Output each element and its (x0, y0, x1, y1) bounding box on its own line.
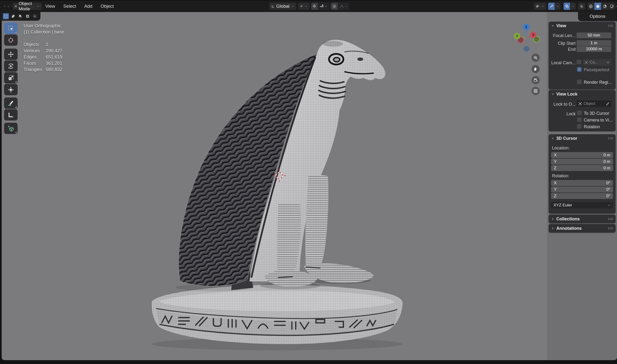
pivot-point-dropdown[interactable] (298, 3, 310, 10)
panel-3d-cursor-header[interactable]: 3D Cursor (548, 134, 616, 143)
overlays-dropdown[interactable] (570, 3, 576, 10)
lock-rotation-checkbox[interactable] (577, 124, 582, 129)
cursor-location-x-field[interactable]: X0 m (551, 152, 613, 158)
lock-label: Lock (550, 111, 576, 117)
tool-settings-bar (0, 12, 41, 21)
magnet-icon (312, 4, 317, 9)
cursor-rotation-x-field[interactable]: X0° (551, 180, 613, 186)
tool-cursor[interactable] (4, 34, 18, 46)
editor-type-button[interactable] (2, 3, 12, 10)
chevron-down-icon (615, 5, 617, 8)
panel-annotations-header[interactable]: Annotations (548, 224, 616, 233)
menu-view[interactable]: View (45, 4, 55, 9)
panel-collections-header[interactable]: Collections (548, 215, 616, 223)
panel-3d-cursor-title: 3D Cursor (556, 136, 577, 141)
viewport-camera-button[interactable] (532, 76, 540, 84)
snap-settings-dropdown[interactable] (318, 3, 329, 10)
proportional-editing-toggle[interactable] (331, 3, 338, 10)
show-gizmo-toggle[interactable] (548, 3, 555, 10)
tool-options-tab[interactable]: Options (578, 12, 617, 21)
cursor-rotation-z-field[interactable]: Z0° (551, 193, 613, 199)
viewport-ortho-toggle-button[interactable] (532, 87, 540, 95)
menu-select[interactable]: Select (63, 4, 76, 9)
focal-length-field[interactable]: 50 mm (576, 32, 611, 38)
chevron-down-icon (551, 24, 554, 27)
clip-start-field[interactable]: 1 m (576, 40, 611, 46)
select-mode-invert[interactable] (25, 13, 31, 19)
xray-toggle[interactable] (578, 3, 585, 10)
lock-to-object-field[interactable]: Object (576, 101, 611, 107)
3d-viewport[interactable] (2, 12, 617, 360)
tool-scale[interactable] (4, 72, 18, 83)
lock-to-3d-cursor-label: To 3D Cursor (584, 111, 609, 116)
chevron-down-icon (324, 5, 328, 8)
shading-dropdown[interactable] (615, 3, 617, 10)
show-overlays-toggle[interactable] (563, 3, 570, 10)
gizmo-dropdown[interactable] (555, 3, 560, 10)
render-region-checkbox[interactable] (577, 80, 582, 84)
tool-measure[interactable] (4, 109, 18, 120)
lock-to-object-label: Lock to O... (550, 102, 576, 107)
rotation-mode-dropdown[interactable]: XYZ Euler (551, 202, 613, 208)
eyedropper-icon[interactable] (606, 102, 610, 106)
navigation-gizmo[interactable]: Z Y X (510, 21, 544, 54)
select-mode-extend[interactable] (10, 13, 16, 19)
panel-view-title: View (556, 23, 566, 28)
panel-view-lock-header[interactable]: View Lock (548, 90, 616, 98)
panel-view-header[interactable]: View (548, 22, 616, 30)
local-camera-checkbox[interactable] (576, 60, 581, 64)
cursor-location-z-field[interactable]: Z0 m (551, 165, 613, 171)
drag-dots-icon[interactable] (608, 218, 613, 220)
shading-material-button[interactable] (601, 3, 608, 10)
clip-end-label: End (550, 47, 576, 52)
drag-dots-icon[interactable] (608, 25, 613, 27)
lock-to-3d-cursor-checkbox[interactable] (577, 111, 582, 115)
cursor-location-y-field[interactable]: Y0 m (551, 158, 613, 165)
mode-selector[interactable]: Object Mode (13, 3, 42, 10)
panel-view: View Focal Len... 50 mm Clip Start 1 m E… (548, 22, 616, 90)
stat-faces: Faces361,201 (24, 60, 64, 66)
chevron-down-icon (291, 5, 294, 8)
drag-dots-icon[interactable] (608, 227, 613, 230)
chevron-down-icon (7, 5, 10, 8)
object-data-icon (578, 102, 582, 106)
tool-move[interactable] (4, 49, 18, 60)
shading-wireframe-icon (589, 4, 593, 9)
shading-wireframe-button[interactable] (588, 3, 594, 10)
passepartout-checkbox[interactable] (577, 67, 582, 72)
tool-annotate[interactable] (4, 97, 18, 109)
camera-to-view-checkbox[interactable] (577, 117, 582, 122)
tool-select-box[interactable] (4, 23, 18, 34)
snap-toggle[interactable] (311, 3, 318, 10)
clip-end-field[interactable]: 10000 m (576, 46, 611, 52)
move-icon (7, 51, 14, 58)
shading-rendered-button[interactable] (608, 3, 615, 10)
transform-orientation-dropdown[interactable]: Global (269, 3, 296, 10)
select-mode-intersect[interactable] (32, 13, 38, 19)
object-visibility-dropdown[interactable] (534, 3, 546, 10)
select-mode-subtract[interactable] (17, 13, 23, 19)
tool-rotate[interactable] (4, 60, 18, 72)
gizmo-axis-neg-z[interactable] (523, 46, 529, 52)
close-icon[interactable] (606, 61, 610, 64)
chevron-down-icon (607, 204, 611, 207)
shading-solid-button[interactable] (594, 3, 601, 10)
tool-add-cube[interactable] (4, 123, 18, 134)
gizmo-z-label: Z (525, 25, 527, 29)
snapping-controls (311, 3, 329, 10)
viewport-zoom-button[interactable] (532, 54, 540, 62)
camera-icon (533, 78, 538, 82)
visibility-eye-icon (535, 4, 539, 9)
tool-transform[interactable] (4, 84, 18, 95)
menu-object[interactable]: Object (100, 4, 114, 9)
drag-dots-icon[interactable] (608, 137, 613, 140)
local-camera-object-field[interactable]: Ca... (583, 59, 611, 65)
render-region-label: Render Regi... (584, 80, 612, 85)
viewport-pan-button[interactable] (532, 65, 540, 73)
select-mode-set[interactable] (3, 13, 9, 19)
proportional-falloff-dropdown[interactable] (338, 3, 349, 10)
chevron-down-icon (551, 92, 554, 96)
cursor-rotation-y-field[interactable]: Y0° (551, 186, 613, 193)
menu-add[interactable]: Add (84, 4, 93, 9)
blender-window: Object Mode View Select Add Object Globa… (0, 0, 617, 364)
